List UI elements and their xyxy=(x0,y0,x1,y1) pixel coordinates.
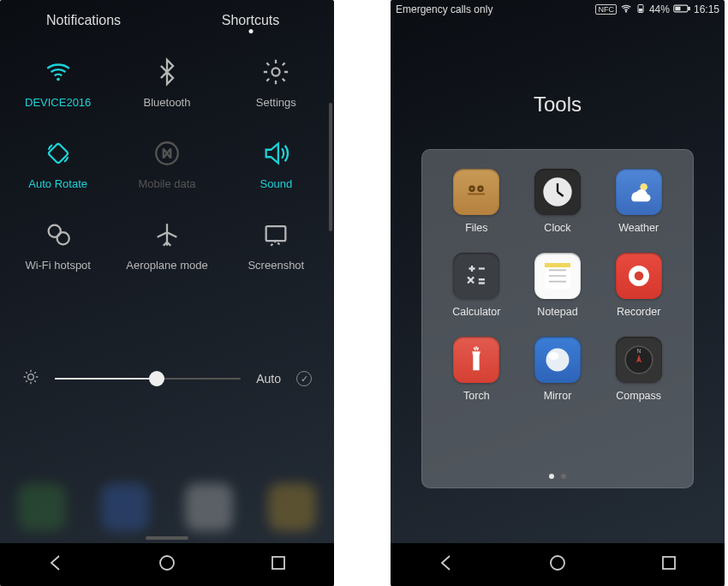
app-label: Compass xyxy=(616,390,661,402)
svg-text:N: N xyxy=(636,348,641,354)
wifi-status-icon xyxy=(620,3,632,17)
nav-back[interactable] xyxy=(436,553,456,577)
compass-icon: N xyxy=(616,337,662,383)
nav-recents[interactable] xyxy=(268,553,289,577)
page-dot-1[interactable] xyxy=(549,474,554,479)
calculator-icon xyxy=(453,253,499,299)
brightness-slider[interactable] xyxy=(55,378,241,380)
mobiledata-icon xyxy=(152,138,182,169)
app-mirror[interactable]: Mirror xyxy=(517,337,599,402)
shortcuts-panel: Notifications Shortcuts DEVICE2016 Bluet… xyxy=(0,0,334,586)
svg-point-10 xyxy=(625,10,626,11)
tools-folder: Files Clock Weather Calcul xyxy=(421,149,694,488)
shortcut-mobiledata[interactable]: Mobile data xyxy=(112,138,221,190)
brightness-auto-label: Auto xyxy=(256,372,281,386)
nav-bar xyxy=(0,543,334,586)
shortcut-airplane[interactable]: Aeroplane mode xyxy=(112,219,221,272)
nav-back[interactable] xyxy=(45,553,66,577)
bluetooth-icon xyxy=(152,57,182,87)
sound-icon xyxy=(261,138,290,169)
svg-point-1 xyxy=(272,68,280,75)
shortcut-label: Mobile data xyxy=(138,177,195,190)
page-dot-2[interactable] xyxy=(561,474,566,479)
svg-point-17 xyxy=(479,187,484,192)
home-folder-screen: Emergency calls only NFC 44% 16:15 Tools xyxy=(391,0,725,586)
brightness-row: Auto ✓ xyxy=(0,368,334,389)
svg-rect-9 xyxy=(272,557,284,569)
app-compass[interactable]: N Compass xyxy=(598,337,679,402)
svg-point-7 xyxy=(28,374,34,380)
shortcut-settings[interactable]: Settings xyxy=(222,57,331,109)
shortcut-label: Auto Rotate xyxy=(28,177,87,190)
clock-time: 16:15 xyxy=(694,3,719,15)
shortcut-grid: DEVICE2016 Bluetooth Settings Auto Rotat… xyxy=(0,41,334,272)
hotspot-icon xyxy=(44,219,73,250)
app-label: Notepad xyxy=(537,306,577,318)
files-icon xyxy=(453,169,499,215)
shortcut-label: Aeroplane mode xyxy=(126,259,207,272)
battery-outline-icon xyxy=(673,3,690,16)
app-label: Files xyxy=(465,222,487,234)
brightness-auto-toggle[interactable]: ✓ xyxy=(296,371,312,386)
svg-point-0 xyxy=(57,78,60,81)
svg-rect-15 xyxy=(675,6,680,10)
panel-tabs: Notifications Shortcuts xyxy=(0,0,334,41)
nav-recents[interactable] xyxy=(659,553,679,577)
app-calculator[interactable]: Calculator xyxy=(436,253,517,318)
nav-home[interactable] xyxy=(547,553,568,577)
shortcut-label: Screenshot xyxy=(248,259,304,272)
app-notepad[interactable]: Notepad xyxy=(517,253,599,318)
shortcut-label: Sound xyxy=(260,177,293,190)
app-grid: Files Clock Weather Calcul xyxy=(436,169,679,402)
shortcut-label: DEVICE2016 xyxy=(25,96,91,109)
app-clock[interactable]: Clock xyxy=(517,169,599,234)
shortcut-hotspot[interactable]: Wi-Fi hotspot xyxy=(3,219,112,272)
gear-icon xyxy=(261,57,290,87)
page-dots[interactable] xyxy=(422,474,693,479)
tab-notifications[interactable]: Notifications xyxy=(0,13,167,28)
battery-percent: 44% xyxy=(649,3,670,15)
nav-bar xyxy=(391,543,725,586)
torch-icon xyxy=(453,337,499,383)
app-label: Torch xyxy=(463,390,490,402)
status-bar: Emergency calls only NFC 44% 16:15 xyxy=(391,0,725,19)
svg-point-24 xyxy=(546,349,569,372)
app-label: Calculator xyxy=(452,306,500,318)
shortcut-sound[interactable]: Sound xyxy=(222,138,331,190)
nav-home[interactable] xyxy=(157,553,177,577)
svg-point-23 xyxy=(634,272,643,281)
emergency-text: Emergency calls only xyxy=(396,3,492,15)
screenshot-icon xyxy=(261,219,290,250)
shortcut-label: Bluetooth xyxy=(144,96,191,109)
svg-point-16 xyxy=(470,187,475,192)
scroll-indicator[interactable] xyxy=(329,103,332,231)
shortcut-autorotate[interactable]: Auto Rotate xyxy=(3,138,112,190)
svg-rect-29 xyxy=(663,557,675,569)
clock-icon xyxy=(534,169,581,215)
recorder-icon xyxy=(616,253,662,299)
app-label: Recorder xyxy=(617,306,660,318)
app-torch[interactable]: Torch xyxy=(436,337,517,402)
svg-rect-14 xyxy=(689,7,690,9)
svg-rect-21 xyxy=(545,263,570,267)
notepad-icon xyxy=(534,253,581,299)
airplane-icon xyxy=(152,219,182,250)
brightness-icon xyxy=(22,368,39,389)
svg-point-5 xyxy=(57,232,69,244)
rotate-icon xyxy=(44,138,73,169)
svg-point-28 xyxy=(551,556,564,570)
blurred-background xyxy=(0,437,334,531)
app-files[interactable]: Files xyxy=(436,169,517,234)
app-label: Mirror xyxy=(544,390,572,402)
shortcut-bluetooth[interactable]: Bluetooth xyxy=(112,57,221,109)
shortcut-wifi[interactable]: DEVICE2016 xyxy=(3,57,112,109)
app-recorder[interactable]: Recorder xyxy=(598,253,679,318)
folder-title: Tools xyxy=(391,93,725,117)
tab-shortcuts[interactable]: Shortcuts xyxy=(167,13,334,28)
app-weather[interactable]: Weather xyxy=(598,169,679,234)
panel-handle[interactable] xyxy=(146,536,188,540)
shortcut-screenshot[interactable]: Screenshot xyxy=(222,219,331,272)
mirror-icon xyxy=(534,337,581,383)
svg-rect-12 xyxy=(639,9,642,12)
nfc-indicator: NFC xyxy=(595,4,617,15)
